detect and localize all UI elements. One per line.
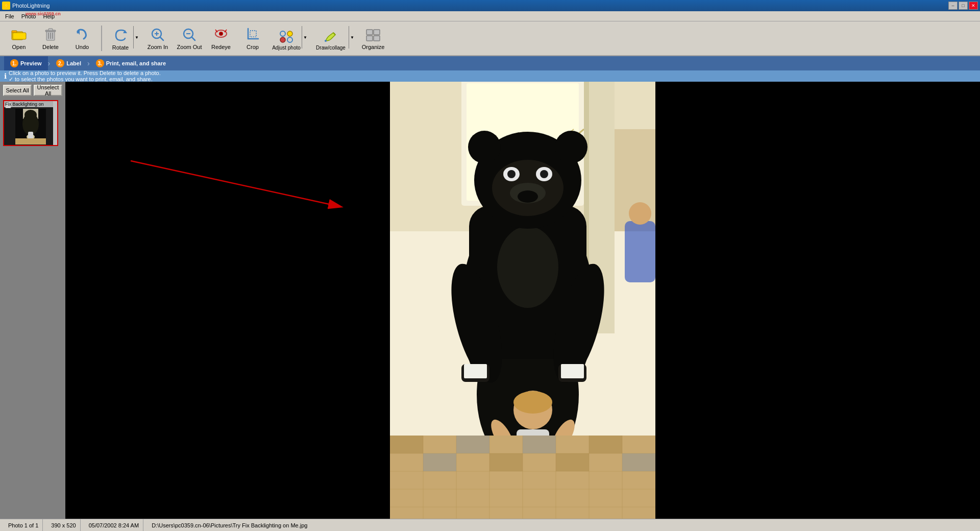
main-photo [390, 82, 655, 519]
step-2-number: 2. [56, 59, 64, 67]
maximize-button[interactable]: □ [959, 2, 968, 10]
svg-point-28 [280, 31, 285, 36]
menubar: File Photo Help www.sic0359.cn [0, 11, 980, 21]
titlebar: ⚡ PhotoLightning – □ ✕ [0, 0, 980, 11]
svg-point-61 [468, 131, 501, 163]
thumbnail-0[interactable]: Fix Backlighting on [3, 100, 58, 146]
svg-point-31 [287, 37, 292, 42]
menu-photo[interactable]: Photo [18, 12, 39, 20]
info-icon: ℹ [4, 72, 7, 80]
toolbar-adjust-button[interactable]: Adjust photo ▼ [270, 23, 309, 53]
svg-rect-74 [464, 364, 487, 378]
svg-point-66 [507, 170, 516, 178]
svg-rect-34 [366, 30, 373, 35]
thumbnail-0-image [4, 101, 57, 145]
step-2-label-text: Label [66, 60, 81, 66]
svg-rect-100 [589, 436, 622, 453]
toolbar-separator-1 [101, 26, 102, 51]
toolbar-rotate-button[interactable]: Rotate ▼ [106, 23, 141, 53]
toolbar-zoomin-button[interactable]: Zoom In [143, 23, 173, 53]
select-all-button[interactable]: Select All [3, 85, 32, 96]
preview-area[interactable] [65, 82, 980, 519]
toolbar-crop-button[interactable]: Crop [238, 23, 267, 53]
svg-rect-104 [622, 453, 655, 471]
step-3-label-text: Print, email, and share [106, 60, 166, 66]
svg-rect-44 [15, 138, 46, 144]
svg-point-62 [555, 131, 587, 163]
zoom-out-icon [181, 27, 198, 43]
right-black-area [766, 82, 980, 519]
toolbar-undo-button[interactable]: Undo [67, 23, 97, 53]
toolbar-draw-button[interactable]: Draw/collage ▼ [311, 23, 356, 53]
step-1-number: 1. [10, 59, 18, 67]
svg-rect-99 [523, 436, 556, 453]
svg-rect-1 [12, 31, 17, 33]
statusbar: Photo 1 of 1 390 x 520 05/07/2002 8:24 A… [0, 519, 980, 531]
svg-rect-98 [456, 436, 489, 453]
organize-icon [365, 27, 381, 43]
svg-rect-105 [625, 221, 655, 282]
unselect-all-button[interactable]: Unselect All [34, 85, 62, 96]
main-area: Select All Unselect All Fix Backlighting… [0, 82, 980, 519]
toolbar-zoomout-button[interactable]: Zoom Out [175, 23, 204, 53]
zoom-in-icon [150, 27, 166, 43]
svg-rect-101 [423, 453, 456, 471]
infobar-message: Click on a photo to preview it. Press De… [9, 70, 161, 76]
svg-point-69 [518, 190, 538, 203]
adjust-icon [278, 29, 295, 45]
svg-point-20 [220, 33, 223, 35]
svg-point-77 [513, 391, 552, 414]
svg-rect-37 [374, 36, 380, 41]
app-icon: ⚡ [2, 2, 10, 10]
status-datetime: 05/07/2002 8:24 AM [85, 519, 143, 531]
step-2-label[interactable]: 2. Label [50, 56, 87, 70]
status-page: Photo 1 of 1 [4, 519, 43, 531]
step-3-share[interactable]: 3. Print, email, and share [90, 56, 172, 70]
svg-point-67 [540, 170, 548, 178]
close-button[interactable]: ✕ [969, 2, 978, 10]
svg-rect-2 [13, 33, 26, 39]
sidebar: Select All Unselect All Fix Backlighting… [0, 82, 65, 519]
svg-rect-36 [366, 36, 373, 41]
svg-rect-43 [28, 132, 33, 139]
draw-dropdown-arrow[interactable]: ▼ [349, 26, 354, 49]
minimize-button[interactable]: – [948, 2, 958, 10]
titlebar-controls: – □ ✕ [948, 2, 978, 10]
undo-icon [74, 27, 90, 43]
draw-icon [323, 29, 339, 45]
toolbar-delete-button[interactable]: Delete [36, 23, 65, 53]
delete-icon [42, 27, 59, 43]
svg-rect-103 [556, 453, 589, 471]
svg-point-30 [280, 37, 285, 42]
svg-rect-102 [489, 453, 523, 471]
menu-help[interactable]: Help [40, 12, 58, 20]
svg-rect-97 [390, 436, 423, 453]
toolbar-redeye-button[interactable]: Redeye [206, 23, 236, 53]
open-icon [11, 27, 27, 43]
rotate-dropdown-arrow[interactable]: ▼ [133, 26, 139, 49]
stepbar: 1. Preview › 2. Label › 3. Print, email,… [0, 56, 980, 70]
svg-rect-5 [48, 29, 53, 31]
svg-rect-75 [561, 364, 584, 378]
svg-point-33 [325, 40, 327, 42]
adjust-dropdown-arrow[interactable]: ▼ [302, 26, 307, 49]
svg-point-59 [497, 226, 558, 308]
redeye-icon [213, 27, 229, 43]
step-3-number: 3. [96, 59, 104, 67]
toolbar: Open Delete Undo [0, 21, 980, 56]
toolbar-organize-button[interactable]: Organize [358, 23, 388, 53]
step-1-preview[interactable]: 1. Preview [4, 56, 48, 70]
step-1-label: Preview [20, 60, 42, 66]
menu-file[interactable]: File [2, 12, 17, 20]
rotate-icon [112, 28, 129, 44]
titlebar-title: PhotoLightning [12, 3, 50, 9]
svg-line-14 [160, 37, 163, 40]
thumbnail-0-label: Fix Backlighting on [4, 101, 57, 107]
crop-icon [244, 27, 261, 43]
toolbar-open-button[interactable]: Open [4, 23, 34, 53]
thumbnail-0-scrollbar[interactable] [53, 101, 57, 145]
svg-line-17 [192, 37, 195, 40]
svg-point-41 [24, 110, 37, 120]
svg-point-29 [287, 31, 292, 36]
status-dimensions: 390 x 520 [47, 519, 80, 531]
